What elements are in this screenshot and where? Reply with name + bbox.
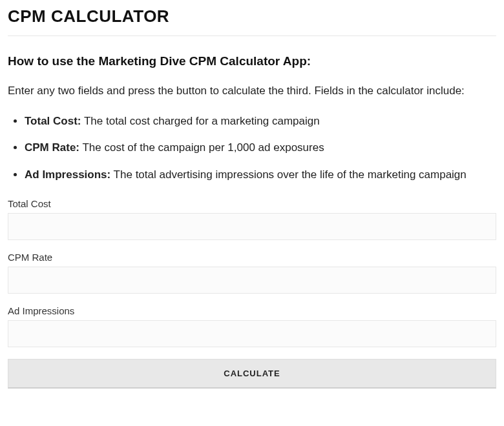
definition-list: Total Cost: The total cost charged for a… — [8, 114, 496, 183]
intro-text: Enter any two fields and press the butto… — [8, 83, 496, 99]
list-item: Ad Impressions: The total advertising im… — [25, 167, 496, 183]
ad-impressions-label: Ad Impressions — [8, 305, 496, 316]
subtitle: How to use the Marketing Dive CPM Calcul… — [8, 54, 496, 68]
term-label: Ad Impressions: — [25, 168, 110, 181]
term-desc: The total cost charged for a marketing c… — [81, 115, 320, 127]
list-item: Total Cost: The total cost charged for a… — [25, 114, 496, 129]
total-cost-label: Total Cost — [8, 198, 496, 209]
total-cost-input[interactable] — [8, 213, 496, 240]
ad-impressions-input[interactable] — [8, 320, 496, 347]
cpm-rate-label: CPM Rate — [8, 252, 496, 263]
term-label: Total Cost: — [25, 115, 81, 127]
cpm-rate-input[interactable] — [8, 267, 496, 294]
term-desc: The total advertising impressions over t… — [110, 168, 467, 181]
divider — [8, 36, 496, 36]
calculate-button[interactable]: CALCULATE — [8, 359, 496, 389]
page-title: CPM CALCULATOR — [8, 6, 496, 26]
list-item: CPM Rate: The cost of the campaign per 1… — [25, 140, 496, 156]
term-desc: The cost of the campaign per 1,000 ad ex… — [79, 141, 324, 154]
term-label: CPM Rate: — [25, 141, 79, 154]
